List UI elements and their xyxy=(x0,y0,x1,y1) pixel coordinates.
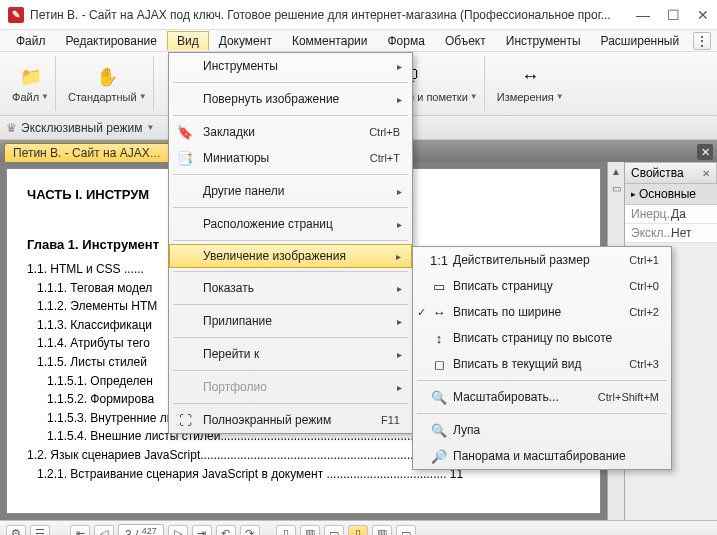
menu-icon: ↔ xyxy=(431,304,447,320)
toolbar-Стандартный[interactable]: ✋Стандартный ▼ xyxy=(62,56,154,111)
menu-separator xyxy=(173,271,408,272)
menu-item[interactable]: Расположение страниц xyxy=(169,211,412,237)
maximize-button[interactable]: ☐ xyxy=(667,9,679,21)
menu-more[interactable]: ⋮ xyxy=(693,32,711,50)
menu-файл[interactable]: Файл xyxy=(6,31,56,51)
menu-separator xyxy=(173,115,408,116)
menu-item[interactable]: Увеличение изображения xyxy=(169,244,412,268)
menu-label: Лупа xyxy=(453,423,480,437)
menu-icon: ◻ xyxy=(431,356,447,372)
menu-item[interactable]: Прилипание xyxy=(169,308,412,334)
sb-forward[interactable]: ↷ xyxy=(240,525,260,536)
menu-редактирование[interactable]: Редактирование xyxy=(56,31,167,51)
sb-tool1[interactable]: ⚙ xyxy=(6,525,26,536)
titlebar: ✎ Петин В. - Сайт на AJAX под ключ. Гото… xyxy=(0,0,717,30)
menu-item[interactable]: ▭Вписать страницуCtrl+0 xyxy=(413,273,671,299)
menu-item[interactable]: 1:1Действительный размерCtrl+1 xyxy=(413,247,671,273)
toolbar-icon: 📁 xyxy=(19,65,43,89)
menu-icon: 🔍 xyxy=(431,389,447,405)
menu-shortcut: Ctrl+T xyxy=(370,152,400,164)
menu-separator xyxy=(173,174,408,175)
toolbar-icon: ✋ xyxy=(95,65,119,89)
view-menu-dropdown: ИнструментыПовернуть изображение🔖Закладк… xyxy=(168,52,413,434)
menu-separator xyxy=(173,240,408,241)
menu-item[interactable]: Показать xyxy=(169,275,412,301)
sb-layout3[interactable]: ▭ xyxy=(324,525,344,536)
menu-комментарии[interactable]: Комментарии xyxy=(282,31,378,51)
toolbar-label: Файл ▼ xyxy=(12,91,49,103)
menu-item[interactable]: 🔖ЗакладкиCtrl+B xyxy=(169,119,412,145)
menu-icon: ↕ xyxy=(431,330,447,346)
menu-инструменты[interactable]: Инструменты xyxy=(496,31,591,51)
document-tab[interactable]: Петин В. - Сайт на AJAX под к ✕ xyxy=(4,143,184,162)
menu-label: Портфолио xyxy=(203,380,267,394)
sb-last-page[interactable]: ⇥ xyxy=(192,525,212,536)
menu-форма[interactable]: Форма xyxy=(377,31,434,51)
menu-item[interactable]: 🔍Лупа xyxy=(413,417,671,443)
menu-icon: 🔍 xyxy=(431,422,447,438)
menu-label: Вписать страницу по высоте xyxy=(453,331,612,345)
menu-item[interactable]: ↕Вписать страницу по высоте xyxy=(413,325,671,351)
menu-item[interactable]: 🔍Масштабировать...Ctrl+Shift+M xyxy=(413,384,671,410)
menu-item[interactable]: ◻Вписать в текущий видCtrl+3 xyxy=(413,351,671,377)
menu-item[interactable]: ✓↔Вписать по ширинеCtrl+2 xyxy=(413,299,671,325)
menu-item[interactable]: 🔎Панорама и масштабирование xyxy=(413,443,671,469)
menu-item[interactable]: Другие панели xyxy=(169,178,412,204)
app-icon: ✎ xyxy=(8,7,24,23)
sb-next-page[interactable]: ▷ xyxy=(168,525,188,536)
menu-label: Повернуть изображение xyxy=(203,92,339,106)
toolbar-label: Стандартный ▼ xyxy=(68,91,147,103)
tab-label: Петин В. - Сайт на AJAX под к xyxy=(13,146,182,160)
sb-layout6[interactable]: ▭ xyxy=(396,525,416,536)
menu-label: Вписать страницу xyxy=(453,279,553,293)
menu-label: Перейти к xyxy=(203,347,259,361)
sb-prev-page[interactable]: ◁ xyxy=(94,525,114,536)
vtool-up-icon[interactable]: ▲ xyxy=(611,166,621,177)
minimize-button[interactable]: — xyxy=(637,9,649,21)
menu-расширенный[interactable]: Расширенный xyxy=(591,31,690,51)
close-button[interactable]: ✕ xyxy=(697,9,709,21)
exclusive-label: Эксклюзивный режим xyxy=(21,121,142,135)
sb-back[interactable]: ↶ xyxy=(216,525,236,536)
menu-item[interactable]: ⛶Полноэкранный режимF11 xyxy=(169,407,412,433)
menu-shortcut: Ctrl+B xyxy=(369,126,400,138)
toolbar-Файл[interactable]: 📁Файл ▼ xyxy=(6,56,56,111)
page-indicator[interactable]: 3 / 427 xyxy=(118,524,164,536)
menu-shortcut: Ctrl+0 xyxy=(629,280,659,292)
properties-title: Свойства xyxy=(631,166,684,180)
sb-layout4[interactable]: ▯ xyxy=(348,525,368,536)
menu-shortcut: Ctrl+1 xyxy=(629,254,659,266)
chevron-down-icon: ▼ xyxy=(146,123,154,132)
menu-item[interactable]: Повернуть изображение xyxy=(169,86,412,112)
menu-item[interactable]: Перейти к xyxy=(169,341,412,367)
menu-separator xyxy=(173,403,408,404)
properties-section[interactable]: Основные xyxy=(625,184,717,205)
properties-close-icon[interactable]: ✕ xyxy=(702,168,710,179)
menu-item[interactable]: 📑МиниатюрыCtrl+T xyxy=(169,145,412,171)
sb-first-page[interactable]: ⇤ xyxy=(70,525,90,536)
sb-layout5[interactable]: ▥ xyxy=(372,525,392,536)
menu-icon: 1:1 xyxy=(431,252,447,268)
sb-layout1[interactable]: ▯ xyxy=(276,525,296,536)
menu-shortcut: Ctrl+2 xyxy=(629,306,659,318)
toolbar-label: Измерения ▼ xyxy=(497,91,564,103)
menu-separator xyxy=(173,337,408,338)
menu-объект[interactable]: Объект xyxy=(435,31,496,51)
toolbar-icon: ↔ xyxy=(518,65,542,89)
menu-separator xyxy=(417,413,667,414)
prop-row: Инерц..Да xyxy=(625,205,717,224)
properties-section-label: Основные xyxy=(639,187,696,201)
menu-label: Расположение страниц xyxy=(203,217,333,231)
sb-layout2[interactable]: ▥ xyxy=(300,525,320,536)
sb-tool2[interactable]: ☰ xyxy=(30,525,50,536)
menu-icon: 📑 xyxy=(177,150,193,166)
menu-separator xyxy=(173,82,408,83)
menu-item[interactable]: Инструменты xyxy=(169,53,412,79)
toolbar-Измерения[interactable]: ↔Измерения ▼ xyxy=(491,56,570,111)
menu-label: Масштабировать... xyxy=(453,390,559,404)
vtool-doc-icon[interactable]: ▭ xyxy=(612,183,621,194)
tabbar-close-button[interactable]: ✕ xyxy=(697,144,713,160)
menu-вид[interactable]: Вид xyxy=(167,31,209,50)
menu-документ[interactable]: Документ xyxy=(209,31,282,51)
menu-separator xyxy=(173,207,408,208)
